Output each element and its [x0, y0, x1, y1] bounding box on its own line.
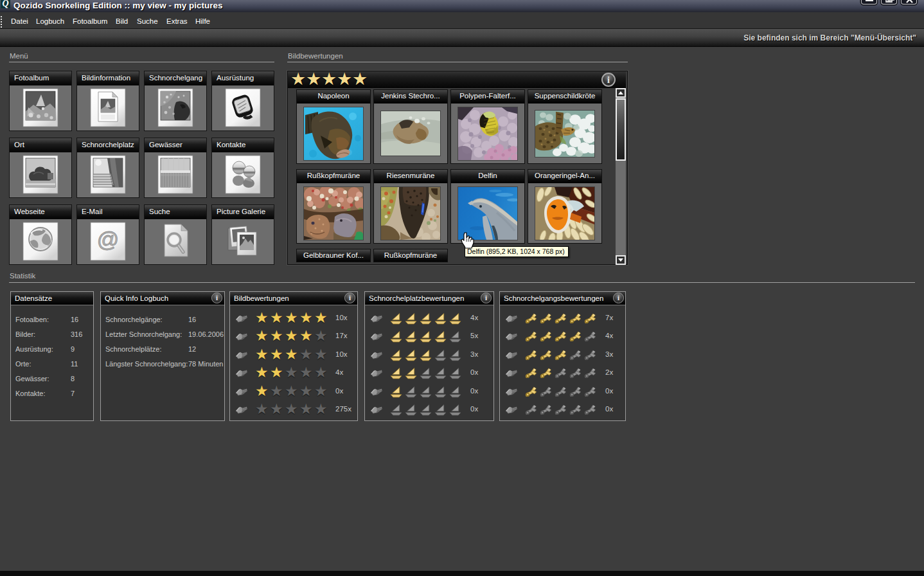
svg-text:@: @: [97, 227, 120, 251]
